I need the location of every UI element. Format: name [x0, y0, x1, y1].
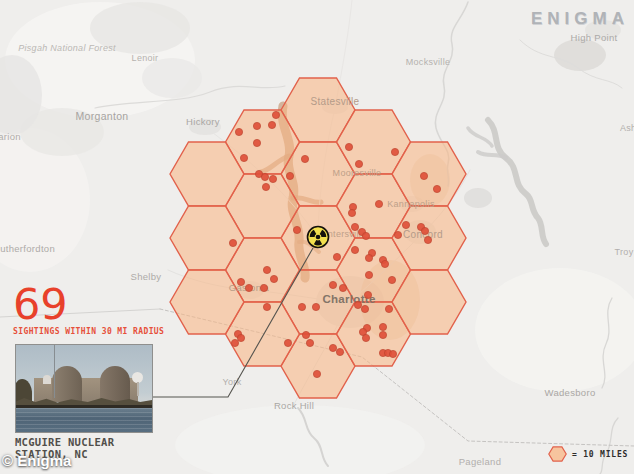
containment-dome-2 [100, 366, 130, 402]
sightings-count-label: SIGHTINGS WITHIN 30 MI RADIUS [13, 327, 164, 336]
map-label: Asheboro [620, 123, 634, 133]
sighting-dot [237, 334, 244, 341]
sighting-dot [433, 185, 440, 192]
sighting-dot [362, 334, 369, 341]
sighting-dot [302, 331, 309, 338]
sighting-dot [269, 175, 276, 182]
sighting-dot [306, 339, 313, 346]
callout-pole-line [54, 345, 55, 398]
sighting-dot [385, 305, 392, 312]
map-label: Shelby [131, 271, 162, 282]
scale-legend: = 10 MILES [548, 446, 628, 462]
sighting-dot [270, 275, 277, 282]
sighting-dot [262, 183, 269, 190]
sighting-dot [379, 331, 386, 338]
sighting-dot [365, 254, 372, 261]
sighting-dot [345, 143, 352, 150]
sighting-dot [364, 291, 371, 298]
sighting-dot [421, 227, 428, 234]
map-label: Marion [0, 131, 21, 142]
sighting-dot [375, 200, 382, 207]
sighting-dot [354, 301, 361, 308]
sighting-dot [240, 154, 247, 161]
sighting-dot [389, 350, 396, 357]
map-label: High Point [571, 32, 618, 43]
sighting-dot [272, 111, 279, 118]
map-label: Mooresville [333, 168, 382, 178]
sighting-dot [402, 221, 409, 228]
sighting-dot [235, 128, 242, 135]
sighting-dot [336, 348, 343, 355]
sighting-dot [333, 253, 340, 260]
sighting-dot [229, 239, 236, 246]
sighting-dot [424, 236, 431, 243]
sighting-dot [362, 232, 369, 239]
station-photo [15, 344, 153, 433]
sighting-dot [286, 172, 293, 179]
map-label: Morganton [76, 110, 129, 122]
map-label: Statesville [311, 96, 360, 107]
sighting-dot [253, 122, 260, 129]
map-label: Pageland [459, 456, 502, 467]
sighting-dot [261, 173, 268, 180]
sighting-dot [260, 284, 267, 291]
sighting-dot [388, 276, 395, 283]
sighting-dot [253, 139, 260, 146]
sighting-dot [348, 209, 355, 216]
sighting-dot [361, 305, 368, 312]
sightings-callout: 69 SIGHTINGS WITHIN 30 MI RADIUS [13, 284, 164, 336]
sighting-dot [313, 370, 320, 377]
legend-label: = 10 MILES [572, 450, 628, 459]
sighting-dot [298, 303, 305, 310]
map-label: Kannapolis [387, 199, 435, 209]
containment-dome-1 [52, 366, 82, 402]
sighting-dot [263, 266, 270, 273]
sighting-dot [268, 121, 275, 128]
sighting-dot [329, 344, 336, 351]
enigma-watermark: © Enigma [2, 452, 71, 469]
sighting-dot [329, 281, 336, 288]
sighting-dot [394, 231, 401, 238]
map-label: Rock Hill [274, 400, 314, 411]
map-label: Hickory [186, 116, 220, 127]
enigma-logo: ENIGMA [531, 9, 629, 29]
sighting-dot [339, 284, 346, 291]
infographic-canvas: Pisgah National ForestLenoirMocksvilleHi… [0, 0, 634, 474]
legend-hexagon-icon [548, 446, 567, 462]
sighting-dot [351, 223, 358, 230]
sighting-dot [391, 148, 398, 155]
sightings-count: 69 [13, 284, 164, 324]
storage-tank [43, 375, 51, 384]
sighting-dot [263, 303, 270, 310]
sighting-dot [301, 155, 308, 162]
sighting-dot [237, 278, 244, 285]
map-label: Mocksville [406, 57, 451, 67]
sighting-dot [284, 339, 291, 346]
sighting-dot [351, 246, 358, 253]
sighting-dot [293, 226, 300, 233]
photo-caption-line1: MCGUIRE NUCLEAR [15, 437, 114, 449]
map-label: Rutherfordton [0, 243, 55, 254]
sighting-dot [420, 172, 427, 179]
water-tower-leg [137, 382, 139, 396]
sighting-dot [365, 271, 372, 278]
map-label: Troy [615, 247, 634, 257]
map-label: Wadesboro [545, 387, 596, 398]
map-label: Lenoir [132, 53, 159, 63]
radiation-symbol [308, 227, 329, 248]
sighting-dot [381, 260, 388, 267]
sighting-dot [312, 303, 319, 310]
sighting-dot [245, 284, 252, 291]
sighting-dot [231, 339, 238, 346]
map-label: Pisgah National Forest [18, 43, 116, 53]
lake-water [16, 408, 153, 433]
sighting-dot [355, 160, 362, 167]
sighting-dot [379, 323, 386, 330]
